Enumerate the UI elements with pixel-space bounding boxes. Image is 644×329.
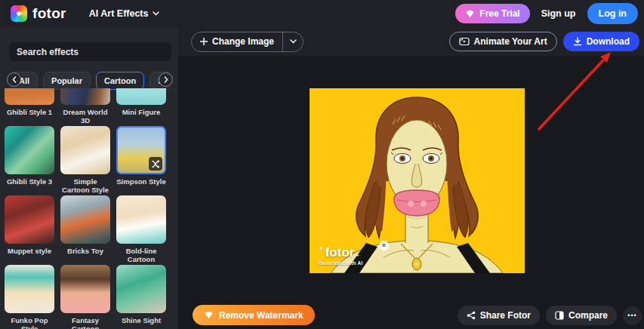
watermark-brand: fotor <box>325 247 355 259</box>
fotor-logo[interactable]: fotor <box>11 5 66 22</box>
share-fotor-label: Share Fotor <box>480 310 531 321</box>
footer-left: Remove Watermark <box>193 305 315 325</box>
effect-thumbnail[interactable] <box>116 195 166 244</box>
change-image-button[interactable]: Change Image <box>191 32 304 52</box>
tabs-scroll-left-button[interactable] <box>7 72 21 87</box>
more-options-icon: ••• <box>627 312 636 319</box>
effect-label: Ghibli Style 3 <box>5 177 54 186</box>
plus-icon <box>200 38 208 45</box>
change-image-dropdown[interactable] <box>283 32 303 51</box>
effect-thumbnail[interactable] <box>60 265 110 313</box>
tabs-scroll-right-button[interactable] <box>159 72 173 87</box>
effect-label: Ghibli Style 1 <box>5 108 54 116</box>
watermark: ✦ fotor + Generated with AI × <box>319 247 362 266</box>
effect-item-muppet-style[interactable]: Muppet style <box>5 195 54 265</box>
download-button[interactable]: Download <box>563 32 639 51</box>
effect-thumbnail[interactable] <box>5 126 54 174</box>
effect-label: Muppet style <box>5 247 54 255</box>
header-actions: Free Trial Sign up Log in <box>455 3 638 24</box>
effect-thumbnail[interactable] <box>60 88 110 105</box>
effect-label: Bricks Toy <box>60 247 110 255</box>
log-in-button[interactable]: Log in <box>587 3 639 24</box>
diamond-icon <box>465 10 475 18</box>
tab-cartoon[interactable]: Cartoon <box>96 72 144 90</box>
effect-thumbnail[interactable] <box>60 126 110 174</box>
effect-thumbnail[interactable] <box>116 265 166 313</box>
sign-up-link[interactable]: Sign up <box>541 8 576 19</box>
effect-label: Dream World 3D <box>60 108 110 125</box>
compare-label: Compare <box>569 310 608 321</box>
editor-toolbar: Change Image Animate Your Art <box>178 27 644 56</box>
video-icon <box>459 37 470 46</box>
effect-label: Funko Pop Style <box>5 316 54 329</box>
effect-label: Simpson Style <box>116 177 166 186</box>
effect-item-bricks-toy[interactable]: Bricks Toy <box>60 195 110 265</box>
free-trial-label: Free Trial <box>479 8 519 19</box>
free-trial-button[interactable]: Free Trial <box>455 4 529 23</box>
diamond-icon <box>204 311 214 319</box>
effect-item-simpson-style-selected[interactable]: Simpson Style <box>116 126 166 195</box>
watermark-close-icon[interactable]: × <box>379 241 389 251</box>
remove-watermark-button[interactable]: Remove Watermark <box>193 305 315 325</box>
toolbar-actions: Animate Your Art Download <box>449 32 639 51</box>
compare-icon <box>555 311 564 320</box>
effect-thumbnail[interactable] <box>5 88 54 105</box>
effects-sidebar: All Popular Cartoon Sketch Wa Ghibli Sty… <box>0 27 178 329</box>
category-tabs: All Popular Cartoon Sketch Wa <box>0 70 169 91</box>
effect-item-simple-cartoon-style[interactable]: Simple Cartoon Style <box>60 126 110 195</box>
effect-label: Bold-line Cartoon <box>116 247 166 263</box>
generated-artwork[interactable]: ✦ fotor + Generated with AI × <box>310 88 525 273</box>
change-image-main[interactable]: Change Image <box>192 32 282 51</box>
effect-item-dream-world-3d[interactable]: Dream World 3D <box>60 88 110 126</box>
more-options-button[interactable]: ••• <box>623 306 642 325</box>
share-icon <box>467 311 476 320</box>
effect-item-funko-pop-style[interactable]: Funko Pop Style <box>5 265 54 329</box>
plus-sparkle-icon: + <box>356 252 359 259</box>
tab-popular[interactable]: Popular <box>43 72 91 90</box>
watermark-row: ✦ fotor + <box>319 247 362 259</box>
nav-dropdown-ai-art-effects[interactable]: AI Art Effects <box>89 8 160 19</box>
chevron-down-icon <box>290 39 297 44</box>
effect-thumbnail[interactable] <box>5 195 54 244</box>
effect-label: Simple Cartoon Style <box>60 177 110 194</box>
effect-thumbnail[interactable] <box>116 126 166 174</box>
download-label: Download <box>587 36 630 47</box>
effect-item-ghibli-style-1[interactable]: Ghibli Style 1 <box>5 88 54 126</box>
effect-item-mini-figure[interactable]: Mini Figure <box>116 88 166 126</box>
download-icon <box>573 37 582 46</box>
effects-grid: Ghibli Style 1 Dream World 3D Mini Figur… <box>0 88 178 329</box>
shuffle-badge[interactable] <box>149 157 162 171</box>
effect-thumbnail[interactable] <box>60 195 110 244</box>
effect-item-ghibli-style-3[interactable]: Ghibli Style 3 <box>5 126 54 195</box>
chevron-left-icon <box>12 76 17 83</box>
effect-item-fantasy-cartoon[interactable]: Fantasy Cartoon <box>60 265 110 329</box>
chevron-right-icon <box>164 76 168 83</box>
watermark-subtext: Generated with AI <box>319 260 362 266</box>
remove-watermark-label: Remove Watermark <box>219 310 304 321</box>
effect-thumbnail[interactable] <box>5 265 54 313</box>
editor-main: Change Image Animate Your Art <box>178 27 644 329</box>
sparkle-icon: ✦ <box>319 245 324 252</box>
effect-label: Fantasy Cartoon <box>60 316 110 329</box>
change-image-label: Change Image <box>212 36 274 47</box>
share-fotor-button[interactable]: Share Fotor <box>458 306 540 325</box>
effects-list-viewport[interactable]: Ghibli Style 1 Dream World 3D Mini Figur… <box>0 88 178 329</box>
chevron-down-icon <box>153 11 159 16</box>
effect-label: Shine Sight <box>116 316 166 324</box>
header-bar: fotor AI Art Effects Free Trial Sign up … <box>0 0 644 27</box>
animate-your-art-label: Animate Your Art <box>474 36 547 47</box>
compare-button[interactable]: Compare <box>546 306 617 325</box>
effect-item-shine-sight[interactable]: Shine Sight <box>116 265 166 329</box>
effect-item-bold-line-cartoon[interactable]: Bold-line Cartoon <box>116 195 166 265</box>
effect-label: Mini Figure <box>116 108 166 116</box>
nav-dropdown-label: AI Art Effects <box>89 8 149 19</box>
brand-name: fotor <box>32 5 66 22</box>
log-in-label: Log in <box>599 8 627 19</box>
app-window: fotor AI Art Effects Free Trial Sign up … <box>0 0 644 329</box>
shuffle-icon <box>152 160 160 168</box>
search-input[interactable] <box>9 42 171 61</box>
animate-your-art-button[interactable]: Animate Your Art <box>449 32 557 51</box>
footer-right: Share Fotor Compare ••• <box>458 306 642 325</box>
effect-thumbnail[interactable] <box>116 88 166 105</box>
fotor-logo-icon <box>11 5 27 22</box>
